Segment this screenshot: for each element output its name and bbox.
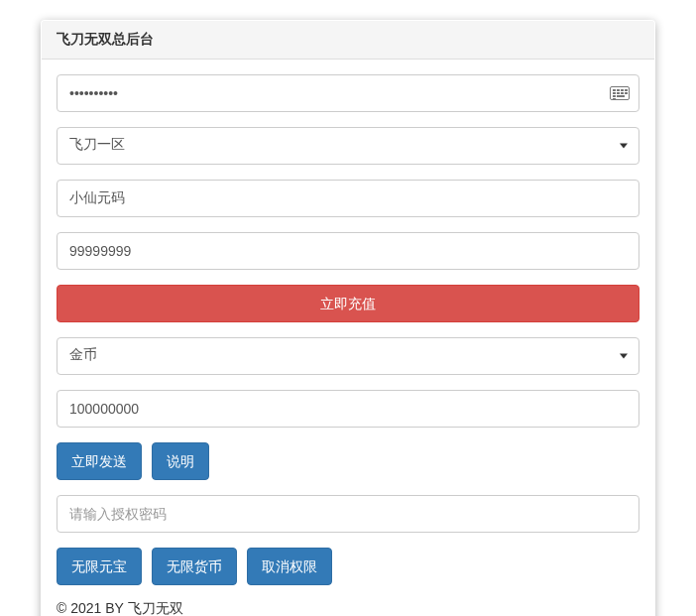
recharge-button[interactable]: 立即充值 [57, 285, 639, 322]
explain-button[interactable]: 说明 [152, 442, 209, 480]
footer-copyright: © 2021 BY 飞刀无双 [57, 600, 639, 616]
cancel-permission-button[interactable]: 取消权限 [247, 548, 332, 585]
currency-select[interactable]: 金币 [57, 337, 639, 375]
recharge-amount-input[interactable] [57, 232, 639, 270]
currency-select-display: 金币 [57, 337, 639, 375]
unlimited-yuanbao-button[interactable]: 无限元宝 [57, 548, 142, 585]
unlimited-currency-button[interactable]: 无限货币 [152, 548, 237, 585]
send-now-button[interactable]: 立即发送 [57, 442, 142, 480]
chevron-down-icon [620, 354, 628, 359]
panel-header: 飞刀无双总后台 [42, 21, 654, 60]
chevron-down-icon [620, 144, 628, 149]
server-select[interactable]: 飞刀一区 [57, 127, 639, 165]
send-button-row: 立即发送 说明 [57, 442, 639, 480]
auth-password-input[interactable] [57, 495, 639, 533]
panel-body: 飞刀一区 立即充值 金币 立即发送 说明 无限元宝 无限货币 取消权限 © 20… [42, 60, 654, 616]
send-amount-input[interactable] [57, 390, 639, 428]
password-wrapper [57, 74, 639, 112]
player-name-input[interactable] [57, 180, 639, 217]
main-panel: 飞刀无双总后台 飞刀一区 立即充值 金币 立即发送 说明 [41, 20, 655, 616]
password-input[interactable] [57, 74, 639, 112]
permission-button-row: 无限元宝 无限货币 取消权限 [57, 548, 639, 585]
server-select-display: 飞刀一区 [57, 127, 639, 165]
panel-title: 飞刀无双总后台 [57, 31, 154, 47]
keyboard-icon [610, 86, 630, 100]
